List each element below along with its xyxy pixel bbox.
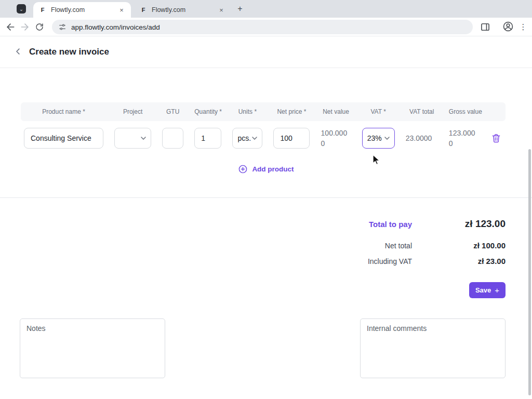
col-gtu: GTU [162,108,183,115]
browser-tab-inactive[interactable]: F Flowtly.com × [134,2,231,18]
back-icon[interactable] [5,22,16,32]
vat-total-text: 23.0000 [406,133,438,143]
net-total-label: Net total [312,242,412,250]
col-vat: VAT * [362,108,395,115]
close-tab-icon[interactable]: × [117,6,126,14]
tab-search-icon[interactable]: ⌄ [17,4,26,14]
browser-tab-active[interactable]: F Flowtly.com × [33,2,131,18]
save-button[interactable]: Save + [469,282,506,298]
page-title: Create new invoice [29,47,109,57]
total-to-pay-value: zł 123.00 [412,218,506,230]
net-value-text: 100.0000 [321,128,351,149]
url-text[interactable]: app.flowtly.com/invoices/add [71,23,160,31]
add-product-button[interactable]: Add product [238,164,294,174]
internal-comments-textarea[interactable] [360,318,506,378]
section-divider [0,197,532,198]
forward-icon[interactable] [20,22,30,32]
page-back-icon[interactable] [14,47,24,57]
screen: ⌄ F Flowtly.com × F Flowtly.com × + app.… [0,0,532,399]
chevron-down-icon [384,137,390,140]
add-product-label: Add product [252,165,294,173]
total-to-pay-label: Total to pay [312,220,412,229]
site-favicon-icon: F [139,6,148,14]
plus-icon: + [495,286,499,294]
chevron-down-icon [141,137,146,140]
close-tab-icon[interactable]: × [217,6,225,14]
product-name-input[interactable] [24,128,103,149]
site-settings-icon[interactable] [58,23,66,31]
net-price-input[interactable] [273,128,310,149]
gross-value-text: 123.0000 [449,128,479,149]
save-label: Save [475,286,491,294]
browser-toolbar: app.flowtly.com/invoices/add ⋮ [0,18,532,36]
browser-tab-strip: ⌄ F Flowtly.com × F Flowtly.com × + [0,0,532,18]
units-value: pcs. [237,134,252,142]
units-select[interactable]: pcs. [232,128,262,149]
delete-row-button[interactable] [490,132,502,144]
col-vat-total: VAT total [406,108,438,115]
page-header: Create new invoice [0,36,532,68]
reload-icon[interactable] [34,22,45,32]
col-quantity: Quantity * [194,108,221,115]
gtu-input[interactable] [162,128,183,149]
product-table-header: Product name * Project GTU Quantity * Un… [21,102,506,121]
col-gross-value: Gross value [449,108,479,115]
vat-select[interactable]: 23% [362,128,395,149]
including-vat-label: Including VAT [312,257,412,265]
address-bar[interactable]: app.flowtly.com/invoices/add [52,20,473,34]
profile-avatar-icon[interactable] [502,21,514,32]
side-panel-icon[interactable] [479,22,491,32]
net-total-value: zł 100.00 [412,241,506,250]
invoice-page: Create new invoice Product name * Projec… [0,36,532,399]
totals-summary: Total to pay zł 123.00 Net total zł 100.… [312,218,506,272]
plus-circle-icon [238,164,248,174]
vat-value: 23% [367,134,384,142]
browser-menu-icon[interactable]: ⋮ [519,22,527,32]
col-product-name: Product name * [24,108,103,115]
col-net-value: Net value [321,108,351,115]
col-units: Units * [232,108,262,115]
notes-textarea[interactable] [20,318,165,378]
tab-title: Flowtly.com [152,6,214,14]
site-favicon-icon: F [38,6,47,14]
col-project: Project [114,108,151,115]
tab-title: Flowtly.com [51,6,114,14]
project-select[interactable] [114,128,151,149]
col-net-price: Net price * [273,108,310,115]
product-row: pcs. 100.0000 23% 23.0000 123.0000 [21,128,506,149]
quantity-input[interactable] [194,128,221,149]
chevron-down-icon [252,137,257,140]
vertical-scrollbar[interactable] [528,149,531,395]
new-tab-button[interactable]: + [235,4,245,14]
including-vat-value: zł 23.00 [412,257,506,265]
trash-icon [491,133,501,143]
